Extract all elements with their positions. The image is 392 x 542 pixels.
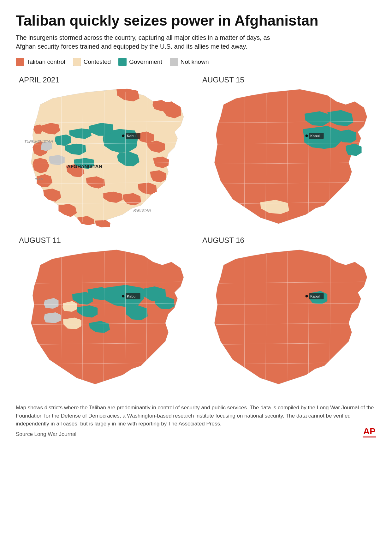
map-april2021: IRAN TURKMENISTAN PAKISTAN AFGHANISTAN K… <box>16 86 193 233</box>
svg-point-27 <box>306 134 308 137</box>
page-title: Taliban quickly seizes power in Afghanis… <box>16 13 376 29</box>
legend-swatch-government <box>118 58 127 66</box>
svg-text:PAKISTAN: PAKISTAN <box>133 208 151 212</box>
legend: Taliban control Contested Government Not… <box>16 58 376 66</box>
svg-text:Kabul: Kabul <box>310 294 320 298</box>
map-aug11: Kabul <box>16 247 193 393</box>
svg-point-40 <box>122 295 125 298</box>
ap-logo: AP <box>363 426 376 437</box>
svg-text:TURKMENISTAN: TURKMENISTAN <box>24 139 53 143</box>
map-label-aug16: AUGUST 16 <box>199 236 376 245</box>
legend-item-notknown: Not known <box>170 58 209 66</box>
legend-label-government: Government <box>129 58 162 65</box>
legend-swatch-taliban <box>16 58 24 66</box>
svg-text:Kabul: Kabul <box>127 294 136 298</box>
svg-text:AFGHANISTAN: AFGHANISTAN <box>67 164 102 169</box>
map-panel-aug11: AUGUST 11 <box>16 236 193 393</box>
legend-label-taliban: Taliban control <box>27 58 65 65</box>
map-label-april2021: APRIL 2021 <box>16 75 193 84</box>
legend-item-government: Government <box>118 58 162 66</box>
svg-point-53 <box>306 295 308 298</box>
map-label-aug15: AUGUST 15 <box>199 75 376 84</box>
legend-label-notknown: Not known <box>181 58 209 65</box>
svg-text:Kabul: Kabul <box>310 133 320 137</box>
svg-text:IRAN: IRAN <box>35 177 44 181</box>
footer-area: Map shows districts where the Taliban ar… <box>16 399 376 437</box>
subtitle: The insurgents stormed across the countr… <box>16 33 287 51</box>
maps-grid: APRIL 2021 <box>16 75 376 394</box>
footnote: Map shows districts where the Taliban ar… <box>16 399 376 428</box>
legend-swatch-contested <box>73 58 81 66</box>
map-panel-aug16: AUGUST 16 <box>199 236 376 393</box>
map-label-aug11: AUGUST 11 <box>16 236 193 245</box>
legend-label-contested: Contested <box>84 58 111 65</box>
map-panel-april2021: APRIL 2021 <box>16 75 193 233</box>
map-aug16: Kabul <box>199 247 376 393</box>
svg-text:Kabul: Kabul <box>127 133 136 137</box>
svg-point-14 <box>122 134 125 137</box>
map-aug15: Kabul <box>199 86 376 233</box>
legend-swatch-notknown <box>170 58 178 66</box>
legend-item-contested: Contested <box>73 58 111 66</box>
map-panel-aug15: AUGUST 15 <box>199 75 376 233</box>
source-line: Source Long War Journal <box>16 431 376 437</box>
legend-item-taliban: Taliban control <box>16 58 65 66</box>
